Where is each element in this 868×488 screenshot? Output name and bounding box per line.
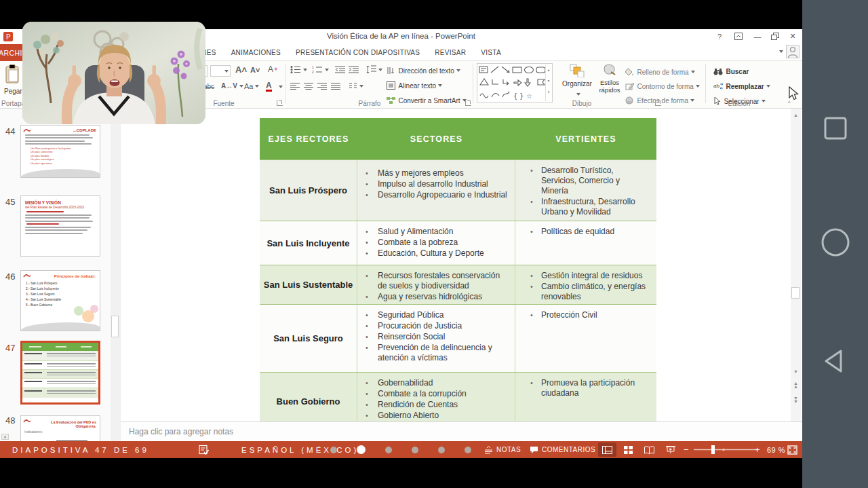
- zoom-out-button[interactable]: −: [684, 441, 689, 458]
- page-dot[interactable]: [465, 447, 471, 453]
- zoom-slider[interactable]: [694, 441, 757, 458]
- scrollbar-thumb[interactable]: [791, 287, 800, 299]
- slide-thumbnail-48[interactable]: La Evaluación del PED es Obligatoria. In…: [20, 415, 100, 441]
- slide-thumbnail-45[interactable]: MISIÓN Y VISIÓN del Plan Estatal de Desa…: [20, 195, 100, 257]
- account-sign-in[interactable]: [777, 45, 800, 58]
- bullets-icon[interactable]: [290, 65, 307, 74]
- slide-canvas[interactable]: EJES RECTORES SECTORES VERTIENTES San Lu…: [121, 109, 791, 421]
- clear-formatting-icon[interactable]: A✦: [268, 64, 279, 74]
- previous-slide-button[interactable]: ▲▲: [791, 381, 801, 388]
- thumbnail-pane-collapse-button[interactable]: ▼: [1, 434, 9, 440]
- slide-counter[interactable]: DIAPOSITIVA 47 DE 69: [12, 441, 149, 458]
- zoom-in-button[interactable]: +: [755, 441, 760, 458]
- paste-clipboard-icon[interactable]: [5, 64, 20, 83]
- text-direction-button[interactable]: Dirección del texto: [387, 64, 460, 76]
- table-row: San Luis Sustentable •Recursos forestale…: [260, 265, 656, 304]
- notes-pane[interactable]: Haga clic para agregar notas: [121, 421, 802, 441]
- thumb-body-placeholder: [21, 211, 100, 234]
- shrink-font-icon[interactable]: A˅: [250, 66, 260, 74]
- organize-button[interactable]: Organizar: [560, 64, 594, 100]
- minimize-icon[interactable]: —: [750, 31, 765, 42]
- square-icon: [823, 115, 848, 141]
- scroll-down-icon[interactable]: ▼: [791, 369, 801, 374]
- bottom-letterbox: [0, 458, 802, 488]
- normal-view-button[interactable]: [598, 443, 616, 457]
- ribbon-collapse-button[interactable]: ⌃: [787, 100, 792, 107]
- font-dialog-launcher-icon[interactable]: [277, 100, 283, 106]
- paste-button[interactable]: Pegar: [4, 88, 22, 95]
- drawing-group-label: Dibujo: [561, 100, 602, 107]
- slide-thumbnail-44[interactable]: ...COPLADE Un Plan participativo e Inclu…: [20, 125, 100, 178]
- restore-icon[interactable]: [768, 31, 783, 42]
- tab-revisar[interactable]: REVISAR: [435, 49, 466, 56]
- align-text-button[interactable]: Alinear texto: [387, 79, 442, 91]
- font-color-caret[interactable]: [279, 86, 283, 88]
- grow-font-icon[interactable]: A˄: [235, 64, 247, 75]
- shapes-gallery[interactable]: {}☆ ▲▼⇟: [477, 63, 553, 102]
- shape-outline-button[interactable]: Contorno de forma: [625, 79, 700, 92]
- columns-icon[interactable]: [349, 82, 363, 90]
- indent-icon[interactable]: [349, 65, 359, 74]
- drawing-dialog-launcher-icon[interactable]: [655, 100, 661, 106]
- reading-view-button[interactable]: [640, 443, 658, 457]
- chevron-down-icon: [779, 50, 783, 53]
- align-center-icon[interactable]: [304, 82, 313, 90]
- page-dot[interactable]: [412, 447, 418, 453]
- line-spacing-icon[interactable]: [366, 65, 382, 74]
- back-triangle-icon: [822, 348, 849, 375]
- fit-to-window-icon[interactable]: [787, 441, 797, 458]
- find-button[interactable]: Buscar: [713, 64, 749, 77]
- page-dot-active[interactable]: [357, 445, 366, 454]
- justify-icon[interactable]: [331, 82, 340, 90]
- align-right-icon[interactable]: [317, 82, 327, 90]
- replace-button[interactable]: ab Reemplazar: [713, 79, 770, 92]
- paragraph-dialog-launcher-icon[interactable]: [465, 100, 471, 106]
- smartart-button[interactable]: Convertir a SmartArt: [387, 94, 467, 106]
- slide-content-table[interactable]: EJES RECTORES SECTORES VERTIENTES San Lu…: [260, 118, 656, 421]
- notes-toggle-button[interactable]: NOTAS: [484, 441, 521, 458]
- table-header-cell: EJES RECTORES: [260, 118, 357, 159]
- android-back-button[interactable]: [802, 348, 868, 375]
- android-recents-button[interactable]: [802, 115, 868, 141]
- ribbon-display-options-icon[interactable]: [731, 31, 746, 42]
- thumbnail-scrollbar-thumb[interactable]: [111, 316, 119, 337]
- shapes-gallery-scroll[interactable]: ▲▼⇟: [545, 64, 551, 101]
- slide-area-scrollbar[interactable]: ▲ ▼ ▲▲ ▼▼: [791, 109, 801, 421]
- font-color-icon[interactable]: A: [266, 81, 272, 92]
- quick-styles-button[interactable]: Estilos rápidos: [595, 64, 624, 94]
- scroll-up-icon[interactable]: ▲: [791, 113, 801, 117]
- android-home-button[interactable]: [802, 227, 868, 257]
- slide-thumbnail-47-selected[interactable]: [20, 341, 100, 405]
- thumb-title: MISIÓN Y VISIÓN: [25, 200, 100, 205]
- tab-vista[interactable]: VISTA: [481, 49, 501, 56]
- char-spacing-icon[interactable]: A↔V: [221, 82, 243, 90]
- slideshow-view-button[interactable]: [661, 443, 679, 457]
- font-size-select[interactable]: [210, 65, 231, 77]
- webcam-overlay[interactable]: [22, 22, 205, 124]
- eje-cell: San Luis Incluyente: [260, 221, 357, 265]
- page-dot[interactable]: [385, 447, 392, 453]
- replace-icon: ab: [713, 82, 723, 90]
- next-slide-button[interactable]: ▼▼: [791, 396, 801, 403]
- help-icon[interactable]: ?: [712, 31, 727, 42]
- page-dot[interactable]: [330, 447, 337, 453]
- zoom-percentage[interactable]: 69 %: [767, 441, 785, 458]
- spell-check-icon[interactable]: [199, 441, 209, 458]
- tab-presentacion[interactable]: PRESENTACIÓN CON DIAPOSITIVAS: [296, 49, 420, 56]
- user-avatar-icon: [786, 45, 800, 58]
- numbering-icon[interactable]: 12: [312, 65, 329, 74]
- tab-animaciones[interactable]: ANIMACIONES: [231, 49, 281, 56]
- page-dot[interactable]: [438, 447, 445, 453]
- slide-sorter-view-button[interactable]: [619, 443, 637, 457]
- comments-toggle-button[interactable]: COMENTARIOS: [530, 441, 595, 458]
- vertientes-cell: •Gestión integral de residuos •Cambio cl…: [515, 265, 656, 304]
- close-icon[interactable]: ✕: [785, 31, 800, 42]
- shape-fill-button[interactable]: Relleno de forma: [625, 65, 695, 77]
- align-left-icon[interactable]: [290, 82, 300, 90]
- vertientes-cell: •Protección Civil: [515, 305, 656, 372]
- outdent-icon[interactable]: [335, 65, 345, 74]
- thumbnail-scrollbar[interactable]: [111, 109, 120, 441]
- change-case-icon[interactable]: Aa: [244, 82, 259, 90]
- slp-logo-icon: [23, 273, 31, 278]
- slide-thumbnail-46[interactable]: Principios de trabajo: 1.- San Luis Prós…: [20, 270, 100, 331]
